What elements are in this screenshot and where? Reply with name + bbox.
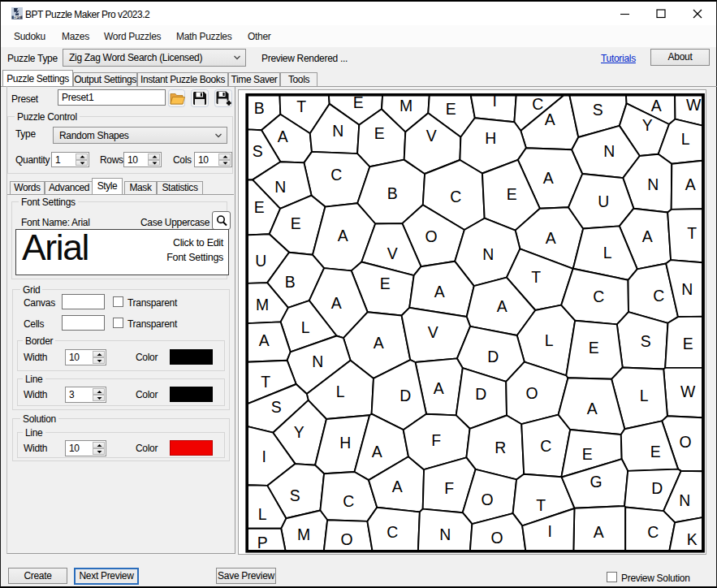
svg-text:C: C — [330, 166, 342, 184]
svg-text:O: O — [341, 530, 353, 548]
svg-text:D: D — [651, 479, 663, 497]
svg-text:A: A — [434, 379, 444, 397]
svg-text:E: E — [589, 339, 599, 357]
svg-text:T: T — [296, 97, 306, 115]
svg-text:A: A — [331, 294, 342, 312]
svg-text:L: L — [336, 383, 345, 400]
svg-text:U: U — [598, 192, 609, 210]
svg-text:A: A — [374, 334, 384, 352]
svg-text:W: W — [680, 383, 696, 400]
svg-text:C: C — [343, 492, 354, 510]
svg-text:Y: Y — [642, 116, 653, 134]
svg-text:L: L — [603, 244, 612, 262]
svg-text:N: N — [312, 352, 323, 370]
svg-text:L: L — [681, 130, 690, 148]
svg-text:BPT: BPT — [14, 15, 21, 19]
svg-text:A: A — [685, 175, 696, 193]
svg-text:R: R — [495, 439, 506, 456]
svg-text:B: B — [285, 273, 296, 291]
svg-text:L: L — [640, 387, 649, 404]
svg-text:T: T — [536, 496, 546, 514]
svg-text:C: C — [532, 95, 543, 113]
svg-text:A: A — [434, 283, 445, 300]
svg-text:A: A — [587, 400, 598, 417]
svg-text:E: E — [254, 198, 265, 216]
svg-text:L: L — [301, 318, 310, 336]
svg-text:E: E — [374, 124, 385, 142]
svg-text:C: C — [540, 437, 551, 455]
svg-text:A: A — [392, 478, 403, 495]
svg-text:T: T — [687, 224, 697, 242]
svg-text:N: N — [681, 280, 693, 298]
svg-text:I: I — [261, 447, 266, 465]
svg-text:E: E — [291, 214, 301, 232]
svg-text:O: O — [491, 529, 503, 547]
svg-text:T: T — [261, 373, 270, 391]
svg-text:D: D — [400, 387, 411, 404]
svg-text:O: O — [482, 491, 494, 508]
svg-text:H: H — [339, 434, 351, 452]
svg-text:N: N — [482, 245, 494, 263]
svg-text:O: O — [425, 227, 438, 245]
svg-text:K: K — [687, 530, 698, 548]
svg-text:E: E — [446, 100, 456, 118]
svg-text:E: E — [683, 335, 693, 352]
svg-text:A: A — [259, 331, 270, 349]
svg-text:M: M — [256, 296, 269, 313]
svg-text:S: S — [593, 101, 603, 119]
svg-text:O: O — [526, 384, 538, 402]
svg-text:E: E — [507, 185, 517, 203]
svg-text:A: A — [372, 443, 382, 460]
svg-text:A: A — [497, 297, 508, 315]
svg-text:E: E — [380, 275, 391, 292]
svg-text:A: A — [594, 523, 604, 541]
svg-text:C: C — [647, 523, 659, 541]
svg-text:N: N — [679, 491, 690, 509]
svg-text:D: D — [475, 385, 486, 403]
svg-text:A: A — [338, 227, 348, 244]
svg-text:P: P — [257, 534, 268, 551]
svg-text:N: N — [274, 178, 286, 196]
svg-text:M: M — [400, 97, 412, 115]
svg-text:N: N — [332, 122, 343, 140]
svg-text:A: A — [651, 97, 662, 115]
svg-text:A: A — [642, 227, 653, 245]
svg-text:T: T — [531, 268, 541, 286]
svg-text:E: E — [650, 443, 661, 460]
svg-text:F: F — [431, 431, 441, 449]
svg-text:I: I — [492, 92, 496, 110]
svg-text:L: L — [545, 331, 554, 349]
svg-text:U: U — [255, 252, 266, 270]
svg-text:A: A — [545, 110, 555, 128]
svg-text:F: F — [444, 479, 454, 497]
svg-text:C: C — [593, 288, 604, 305]
svg-text:N: N — [647, 175, 659, 193]
svg-text:N: N — [439, 525, 451, 543]
svg-text:S: S — [641, 332, 651, 350]
svg-text:H: H — [485, 129, 496, 147]
svg-text:S: S — [271, 398, 282, 416]
svg-text:B: B — [387, 184, 398, 202]
svg-text:E: E — [353, 93, 364, 111]
svg-text:V: V — [428, 323, 438, 341]
svg-text:D: D — [487, 348, 499, 365]
svg-text:S: S — [253, 142, 263, 160]
svg-text:I: I — [547, 522, 551, 540]
svg-text:L: L — [258, 505, 267, 523]
svg-text:Y: Y — [294, 423, 305, 441]
svg-text:V: V — [426, 127, 437, 145]
svg-text:M: M — [297, 525, 310, 543]
svg-text:W: W — [686, 96, 702, 114]
svg-text:A: A — [543, 169, 554, 187]
svg-text:C: C — [450, 188, 461, 205]
svg-text:B: B — [254, 99, 265, 117]
svg-text:A: A — [546, 229, 556, 247]
svg-text:E: E — [582, 445, 593, 463]
svg-text:A: A — [278, 128, 288, 145]
svg-text:V: V — [387, 244, 398, 262]
svg-text:G: G — [590, 473, 603, 491]
svg-text:N: N — [603, 142, 615, 160]
svg-text:C: C — [387, 523, 398, 541]
svg-text:C: C — [653, 287, 664, 305]
svg-text:O: O — [680, 433, 692, 451]
